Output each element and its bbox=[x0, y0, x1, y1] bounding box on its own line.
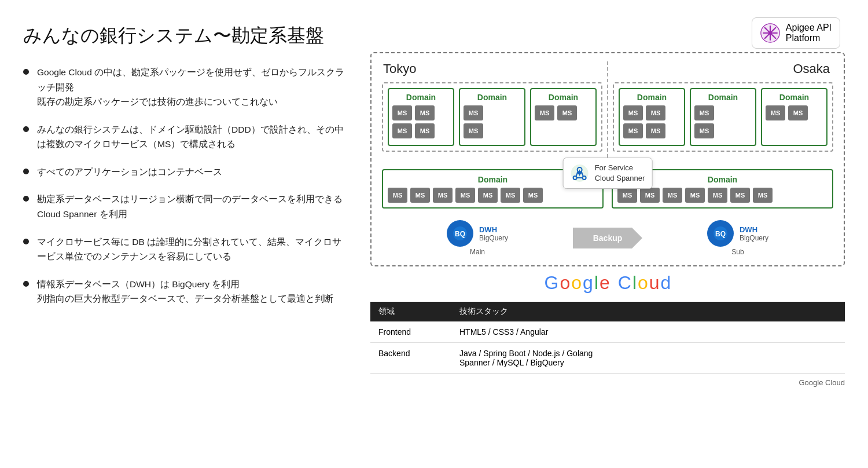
arch-box: Tokyo Domain MSMS MSMS Domain MS MS Doma… bbox=[370, 52, 845, 266]
osaka-domain-1: Domain MSMS MSMS bbox=[619, 88, 685, 146]
table-row-frontend: Frontend HTML5 / CSS3 / Angular bbox=[370, 321, 845, 343]
ms-cell: MS bbox=[388, 188, 407, 203]
backup-label: Backup bbox=[573, 228, 642, 248]
ms-cell: MS bbox=[433, 188, 453, 203]
table-row-backend: Backend Java / Spring Boot / Node.js / G… bbox=[370, 343, 845, 374]
svg-text:BQ: BQ bbox=[455, 230, 465, 238]
left-panel: みんなの銀行システム〜勘定系基盤 Google Cloud の中は、勘定系パッケ… bbox=[23, 17, 347, 451]
bottom-ms-row-right: MS MS MS MS MS MS MS bbox=[617, 188, 827, 203]
ms-cell: MS bbox=[523, 188, 543, 203]
apigee-label: Apigee API Platform bbox=[786, 23, 832, 43]
ms-cell: MS bbox=[623, 105, 643, 120]
domain-label: Domain bbox=[464, 93, 521, 102]
ms-cell: MS bbox=[478, 188, 498, 203]
footer-gc: Google Cloud bbox=[370, 374, 845, 387]
bullet-item-0: Google Cloud の中は、勘定系パッケージを使用せず、ゼロからフルスクラ… bbox=[23, 65, 347, 109]
bottom-ms-row-left: MS MS MS MS MS MS MS bbox=[388, 188, 598, 203]
ms-cell: MS bbox=[623, 123, 643, 138]
tokyo-domain-3: Domain MSMS bbox=[530, 88, 597, 146]
bullet-dot bbox=[23, 239, 29, 244]
right-panel: Apigee API Platform Tokyo Domain MSMS MS… bbox=[370, 17, 845, 451]
ms-cell: MS bbox=[694, 123, 714, 138]
bullet-item-4: マイクロサービス毎に DB は論理的に分割されていて、結果、マイクロサービス単位… bbox=[23, 235, 347, 264]
cell-domain-frontend: Frontend bbox=[370, 321, 451, 343]
domain-label: Domain bbox=[623, 93, 681, 102]
bullet-item-3: 勘定系データベースはリージョン横断で同一のデータベースを利用できる Cloud … bbox=[23, 192, 347, 221]
ms-cell: MS bbox=[410, 188, 430, 203]
bullet-text-3: 勘定系データベースはリージョン横断で同一のデータベースを利用できる Cloud … bbox=[37, 192, 347, 221]
ms-cell: MS bbox=[685, 188, 705, 203]
ms-cell: MS bbox=[617, 188, 637, 203]
ms-cell: MS bbox=[694, 105, 714, 120]
bullet-dot bbox=[23, 69, 29, 75]
dwh-row: BQ DWH BigQuery Main Backup bbox=[380, 214, 836, 265]
google-cloud-logo: Google Cloud bbox=[545, 272, 671, 294]
ms-cell: MS bbox=[535, 105, 554, 120]
ms-cell: MS bbox=[557, 105, 577, 120]
bullet-text-1: みんなの銀行システムは、ドメイン駆動設計（DDD）で設計され、その中は複数のマイ… bbox=[37, 122, 347, 152]
tokyo-domain-1: Domain MSMS MSMS bbox=[388, 88, 454, 146]
ms-cell: MS bbox=[464, 123, 483, 138]
tokyo-label: Tokyo bbox=[382, 61, 602, 76]
region-separator bbox=[607, 61, 608, 158]
cell-stack-backend: Java / Spring Boot / Node.js / GolangSpa… bbox=[451, 343, 845, 374]
bigquery-sub-icon: BQ bbox=[713, 226, 728, 241]
ms-cell: MS bbox=[708, 188, 727, 203]
dwh-sub: BQ DWH BigQuery Sub bbox=[642, 220, 833, 256]
spanner-text: For Service Cloud Spanner bbox=[595, 163, 645, 184]
ms-cell: MS bbox=[663, 188, 682, 203]
dwh-sub-circle: BQ bbox=[707, 220, 734, 247]
bullet-item-5: 情報系データベース（DWH）は BigQuery を利用 列指向の巨大分散型デー… bbox=[23, 277, 347, 306]
ms-cell: MS bbox=[392, 105, 412, 120]
bullet-text-5: 情報系データベース（DWH）は BigQuery を利用 列指向の巨大分散型デー… bbox=[37, 277, 333, 306]
gc-logo-row: Google Cloud bbox=[370, 266, 845, 302]
bullet-list: Google Cloud の中は、勘定系パッケージを使用せず、ゼロからフルスクラ… bbox=[23, 65, 347, 306]
cell-stack-frontend: HTML5 / CSS3 / Angular bbox=[451, 321, 845, 343]
ms-cell: MS bbox=[464, 105, 483, 120]
bullet-dot bbox=[23, 196, 29, 202]
ms-cell: MS bbox=[730, 188, 750, 203]
osaka-label: Osaka bbox=[613, 61, 833, 76]
dwh-sub-info: DWH BigQuery bbox=[740, 225, 768, 242]
ms-cell: MS bbox=[455, 188, 475, 203]
bullet-text-2: すべてのアプリケーションはコンテナベース bbox=[37, 164, 222, 180]
bigquery-icon: BQ bbox=[453, 226, 468, 241]
cell-domain-backend: Backend bbox=[370, 343, 451, 374]
bullet-dot bbox=[23, 281, 29, 287]
ms-cell: MS bbox=[415, 123, 435, 138]
dwh-main-info: DWH BigQuery bbox=[479, 225, 508, 242]
bullet-dot bbox=[23, 126, 29, 132]
tokyo-region: Tokyo Domain MSMS MSMS Domain MS MS Doma… bbox=[380, 61, 605, 158]
tokyo-inner: Domain MSMS MSMS Domain MS MS Domain MSM… bbox=[382, 82, 602, 152]
bullet-text-4: マイクロサービス毎に DB は論理的に分割されていて、結果、マイクロサービス単位… bbox=[37, 235, 347, 264]
domain-label: Domain bbox=[392, 93, 450, 102]
dwh-sub-icon-wrap: BQ DWH BigQuery bbox=[707, 220, 768, 247]
osaka-region: Osaka Domain MSMS MSMS Domain MS MS Doma… bbox=[610, 61, 836, 158]
tech-table: 領域 技術スタック Frontend HTML5 / CSS3 / Angula… bbox=[370, 302, 845, 374]
dwh-main-icon-wrap: BQ DWH BigQuery bbox=[447, 220, 508, 247]
domain-label: Domain bbox=[694, 93, 752, 102]
dwh-main-circle: BQ bbox=[447, 220, 473, 247]
apigee-box: Apigee API Platform bbox=[752, 17, 840, 49]
col-stack-header: 技術スタック bbox=[451, 302, 845, 321]
osaka-domain-3: Domain MSMS bbox=[761, 88, 827, 146]
ms-cell: MS bbox=[753, 188, 773, 203]
ms-cell: MS bbox=[415, 105, 435, 120]
svg-text:BQ: BQ bbox=[715, 230, 726, 238]
apigee-icon bbox=[760, 23, 780, 43]
bullet-text-0: Google Cloud の中は、勘定系パッケージを使用せず、ゼロからフルスクラ… bbox=[37, 65, 347, 109]
tokyo-domain-2: Domain MS MS bbox=[459, 88, 525, 146]
domain-label: Domain bbox=[766, 93, 823, 102]
dwh-main: BQ DWH BigQuery Main bbox=[382, 220, 573, 256]
osaka-domain-2: Domain MS MS bbox=[690, 88, 756, 146]
spanner-badge: ✦ For Service Cloud Spanner bbox=[563, 158, 653, 189]
ms-cell: MS bbox=[788, 105, 808, 120]
apigee-row: Apigee API Platform bbox=[370, 17, 845, 49]
backup-arrow: Backup bbox=[573, 228, 642, 248]
ms-cell: MS bbox=[392, 123, 412, 138]
bullet-dot bbox=[23, 169, 29, 174]
domain-label: Domain bbox=[535, 93, 592, 102]
regions-row: Tokyo Domain MSMS MSMS Domain MS MS Doma… bbox=[380, 61, 836, 158]
ms-cell: MS bbox=[501, 188, 520, 203]
ms-cell: MS bbox=[766, 105, 785, 120]
